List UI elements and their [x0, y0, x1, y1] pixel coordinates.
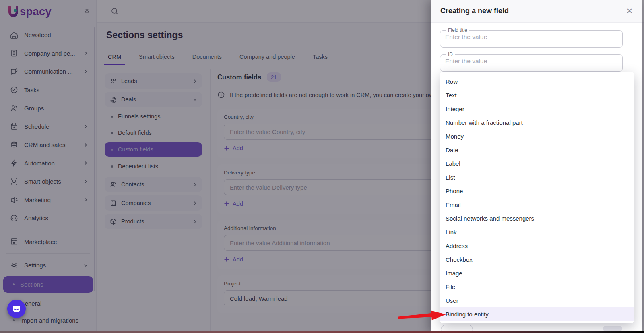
dropdown-option-label: Row — [446, 78, 458, 85]
dropdown-option[interactable]: List — [440, 170, 634, 184]
dropdown-option[interactable]: Date — [440, 143, 634, 157]
creating-new-field-drawer: Creating a new field ✕ Field title Enter… — [431, 0, 642, 333]
dropdown-option-label: Email — [446, 201, 461, 208]
dropdown-option[interactable]: Checkbox — [440, 252, 634, 266]
dropdown-option[interactable]: Row — [440, 74, 634, 88]
dropdown-option-label: Number with a fractional part — [446, 119, 523, 126]
dropdown-option-label: Link — [446, 229, 457, 236]
dropdown-option-label: Money — [446, 133, 464, 140]
chat-widget-button[interactable] — [7, 300, 26, 318]
input-label: Field title — [446, 28, 469, 32]
input-placeholder: Enter the value — [445, 32, 617, 42]
dropdown-option-label: Date — [446, 147, 458, 153]
dropdown-option[interactable]: Label — [440, 157, 634, 170]
window: spacy Newsfeed Company and pe... Communi… — [0, 0, 644, 333]
dropdown-option-label: Image — [446, 270, 462, 277]
chat-icon — [11, 304, 22, 314]
dropdown-option-label: Checkbox — [446, 256, 473, 263]
dropdown-option-label: Social networks and messengers — [446, 215, 534, 222]
field-title-input[interactable]: Field title Enter the value — [440, 28, 623, 48]
dropdown-option-label: Text — [446, 92, 457, 99]
dropdown-option[interactable]: File — [440, 280, 634, 294]
dropdown-option-label: Label — [446, 160, 460, 167]
dropdown-option[interactable]: Social networks and messengers — [440, 211, 634, 225]
dropdown-option-label: Binding to entity — [446, 311, 489, 318]
dropdown-option-label: Address — [446, 242, 468, 249]
drawer-title: Creating a new field — [440, 7, 509, 15]
dropdown-option-label: Phone — [446, 188, 463, 194]
dropdown-option[interactable]: Email — [440, 198, 634, 211]
dropdown-option-label: User — [446, 297, 458, 304]
dropdown-option[interactable]: Integer — [440, 102, 634, 116]
dropdown-option[interactable]: Address — [440, 239, 634, 252]
screen-bottom-edge — [0, 331, 644, 333]
dropdown-option-label: File — [446, 283, 455, 290]
dropdown-option[interactable]: Link — [440, 225, 634, 239]
dropdown-option[interactable]: User — [440, 294, 634, 307]
dropdown-option-label: List — [446, 174, 455, 181]
dropdown-option[interactable]: Image — [440, 266, 634, 280]
dropdown-option-label: Integer — [446, 105, 464, 112]
id-input[interactable]: ID Enter the value — [440, 52, 623, 72]
dropdown-option[interactable]: Binding to entity — [440, 307, 634, 321]
input-placeholder: Enter the value — [445, 56, 617, 66]
dropdown-option[interactable]: Phone — [440, 184, 634, 198]
dropdown-option[interactable]: Number with a fractional part — [440, 116, 634, 129]
dropdown-option[interactable]: Text — [440, 88, 634, 102]
close-icon[interactable]: ✕ — [626, 7, 633, 15]
field-type-dropdown: RowTextIntegerNumber with a fractional p… — [440, 72, 634, 323]
dropdown-option[interactable]: Money — [440, 129, 634, 143]
